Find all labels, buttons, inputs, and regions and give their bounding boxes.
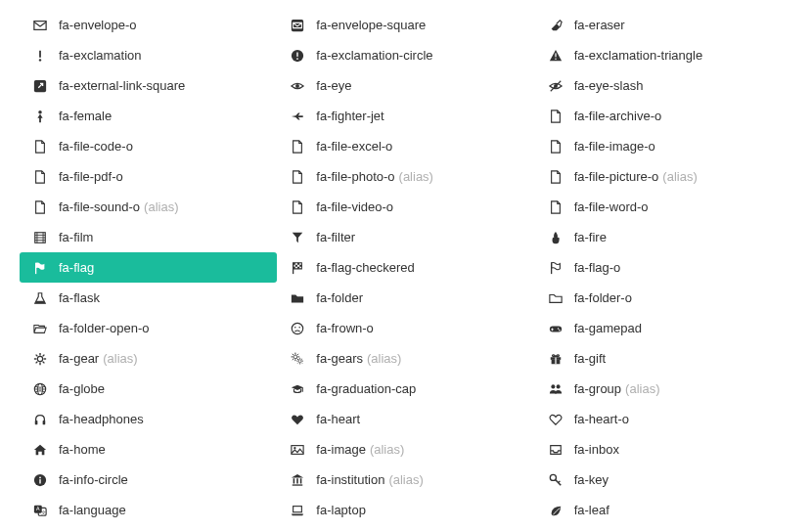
icon-item-fa-flask[interactable]: fa-flask [20,283,277,313]
file-pdf-o-icon [33,170,55,184]
icon-item-fa-gear[interactable]: fa-gear(alias) [20,343,277,374]
file-archive-o-icon [549,110,570,123]
icon-label: fa-file-photo-o [316,169,394,184]
icon-item-fa-institution[interactable]: fa-institution(alias) [277,465,534,495]
icon-item-fa-globe[interactable]: fa-globe [20,374,277,404]
folder-o-icon [549,291,570,305]
icon-label: fa-image [316,442,366,457]
file-excel-o-icon [291,140,312,154]
icon-item-fa-fire[interactable]: fa-fire [535,222,792,252]
gamepad-icon [549,322,570,335]
frown-o-icon [291,322,312,335]
icon-label: fa-eraser [574,18,625,32]
icon-item-fa-flag[interactable]: fa-flag [20,252,277,283]
eraser-icon [549,19,570,32]
icon-label: fa-file-code-o [59,139,133,154]
icon-item-fa-laptop[interactable]: fa-laptop [277,495,534,525]
icon-item-fa-file-video-o[interactable]: fa-file-video-o [277,192,534,222]
icon-item-fa-flag-o[interactable]: fa-flag-o [535,252,792,283]
icon-item-fa-exclamation[interactable]: fa-exclamation [20,40,277,70]
icon-label: fa-inbox [574,442,619,457]
file-sound-o-icon [33,200,55,214]
exclamation-triangle-icon [549,49,570,63]
icon-label: fa-laptop [316,503,366,517]
alias-badge: (alias) [144,199,178,214]
icon-item-fa-film[interactable]: fa-film [20,222,277,252]
flag-o-icon [549,261,570,275]
icon-item-fa-eye-slash[interactable]: fa-eye-slash [535,70,792,101]
icon-item-fa-envelope-square[interactable]: fa-envelope-square [277,10,534,40]
icon-item-fa-file-photo-o[interactable]: fa-file-photo-o(alias) [277,161,534,192]
gear-icon [33,352,55,366]
icon-label: fa-info-circle [59,472,128,487]
icon-label: fa-institution [316,472,384,487]
icon-item-fa-home[interactable]: fa-home [20,434,277,465]
icon-label: fa-gear [59,351,99,366]
icon-label: fa-file-image-o [574,139,655,154]
icon-item-fa-flag-checkered[interactable]: fa-flag-checkered [277,252,534,283]
icon-item-fa-file-picture-o[interactable]: fa-file-picture-o(alias) [535,161,792,192]
icon-label: fa-headphones [59,412,144,426]
icon-item-fa-envelope-o[interactable]: fa-envelope-o [20,10,277,40]
icon-label: fa-female [59,109,112,123]
icon-item-fa-folder[interactable]: fa-folder [277,283,534,313]
icon-item-fa-file-pdf-o[interactable]: fa-file-pdf-o [20,161,277,192]
film-icon [33,231,55,244]
icon-item-fa-folder-o[interactable]: fa-folder-o [535,283,792,313]
icon-item-fa-gamepad[interactable]: fa-gamepad [535,313,792,343]
icon-item-fa-image[interactable]: fa-image(alias) [277,434,534,465]
graduation-cap-icon [291,382,312,396]
icon-item-fa-key[interactable]: fa-key [535,465,792,495]
icon-label: fa-home [59,442,106,457]
icon-item-fa-gears[interactable]: fa-gears(alias) [277,343,534,374]
icon-label: fa-frown-o [316,321,374,335]
icon-item-fa-leaf[interactable]: fa-leaf [535,495,792,525]
icon-label: fa-file-picture-o [574,169,659,184]
icon-item-fa-language[interactable]: fa-language [20,495,277,525]
alias-badge: (alias) [388,472,423,487]
leaf-icon [549,504,570,517]
filter-icon [291,231,312,244]
icon-item-fa-inbox[interactable]: fa-inbox [535,434,792,465]
headphones-icon [33,413,55,426]
icon-item-fa-female[interactable]: fa-female [20,101,277,131]
icon-item-fa-external-link-square[interactable]: fa-external-link-square [20,70,277,101]
icon-label: fa-file-video-o [316,199,393,214]
icon-label: fa-flask [59,290,100,305]
icon-label: fa-leaf [574,503,609,517]
icon-item-fa-heart[interactable]: fa-heart [277,404,534,434]
icon-item-fa-eye[interactable]: fa-eye [277,70,534,101]
icon-item-fa-headphones[interactable]: fa-headphones [20,404,277,434]
icon-item-fa-filter[interactable]: fa-filter [277,222,534,252]
icon-item-fa-folder-open-o[interactable]: fa-folder-open-o [20,313,277,343]
icon-item-fa-file-archive-o[interactable]: fa-file-archive-o [535,101,792,131]
alias-badge: (alias) [367,351,401,366]
icon-item-fa-group[interactable]: fa-group(alias) [535,374,792,404]
icon-label: fa-filter [316,230,355,244]
icon-item-fa-fighter-jet[interactable]: fa-fighter-jet [277,101,534,131]
icon-label: fa-file-word-o [574,199,649,214]
flask-icon [33,291,55,305]
icon-item-fa-frown-o[interactable]: fa-frown-o [277,313,534,343]
icon-item-fa-gift[interactable]: fa-gift [535,343,792,374]
icon-label: fa-heart-o [574,412,629,426]
alias-badge: (alias) [370,442,404,457]
icon-label: fa-graduation-cap [316,381,416,396]
icon-item-fa-graduation-cap[interactable]: fa-graduation-cap [277,374,534,404]
icon-item-fa-file-image-o[interactable]: fa-file-image-o [535,131,792,161]
icon-item-fa-file-code-o[interactable]: fa-file-code-o [20,131,277,161]
icon-item-fa-file-sound-o[interactable]: fa-file-sound-o(alias) [20,192,277,222]
file-video-o-icon [291,200,312,214]
icon-item-fa-file-excel-o[interactable]: fa-file-excel-o [277,131,534,161]
icon-item-fa-heart-o[interactable]: fa-heart-o [535,404,792,434]
icon-item-fa-exclamation-triangle[interactable]: fa-exclamation-triangle [535,40,792,70]
icon-item-fa-exclamation-circle[interactable]: fa-exclamation-circle [277,40,534,70]
institution-icon [291,473,312,487]
icon-item-fa-eraser[interactable]: fa-eraser [535,10,792,40]
icon-item-fa-file-word-o[interactable]: fa-file-word-o [535,192,792,222]
envelope-o-icon [33,19,55,32]
icon-label: fa-file-pdf-o [59,169,123,184]
icon-item-fa-info-circle[interactable]: fa-info-circle [20,465,277,495]
icon-label: fa-heart [316,412,360,426]
envelope-square-icon [291,19,312,32]
